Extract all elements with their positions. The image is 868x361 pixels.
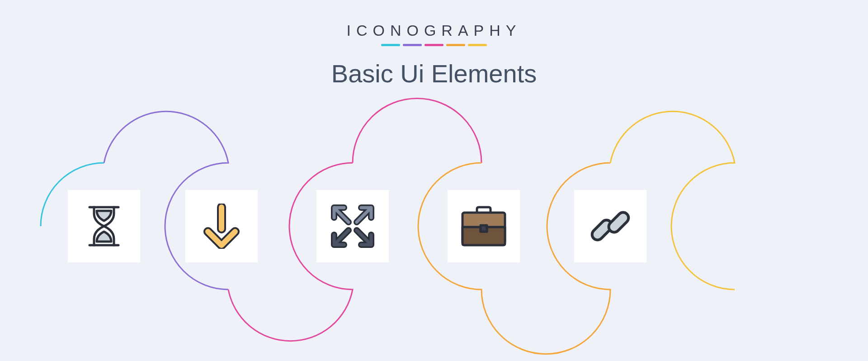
icon-card	[448, 190, 520, 262]
svg-rect-5	[607, 210, 631, 235]
icon-card	[185, 190, 258, 262]
link-icon	[585, 201, 635, 251]
icon-card	[68, 190, 140, 262]
icon-card	[316, 190, 389, 262]
arrow-down-icon	[201, 204, 242, 249]
svg-rect-3	[481, 225, 487, 232]
expand-icon	[328, 201, 377, 251]
hourglass-icon	[86, 204, 122, 248]
wave-path	[0, 0, 868, 361]
icon-card	[574, 190, 646, 262]
briefcase-icon	[459, 204, 509, 248]
